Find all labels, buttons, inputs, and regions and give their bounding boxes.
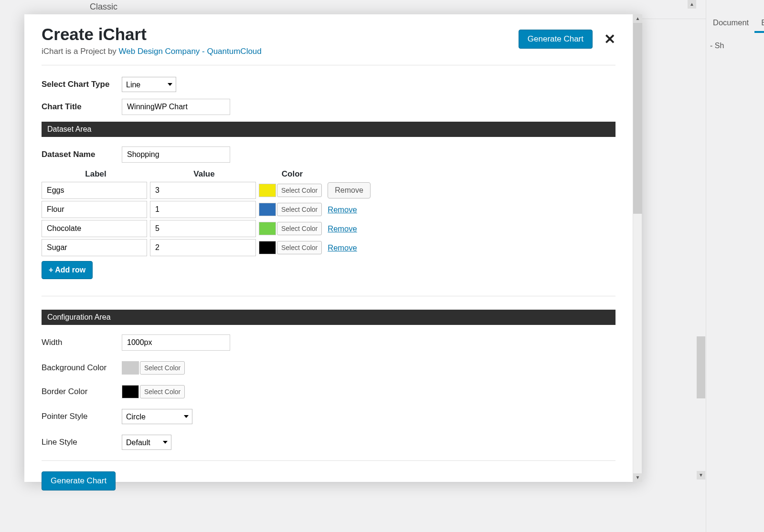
value-input[interactable]	[150, 220, 256, 237]
modal-content: Create iChart iChart is a Project by Web…	[24, 14, 633, 505]
line-style-row: Line Style Default	[42, 435, 615, 450]
width-input[interactable]	[122, 334, 230, 351]
select-color-button[interactable]: Select Color	[277, 184, 322, 197]
chart-type-select[interactable]: Line	[122, 77, 176, 92]
border-select-color-button[interactable]: Select Color	[140, 385, 185, 398]
bg-color-picker: Select Color	[122, 361, 185, 375]
value-input[interactable]	[150, 182, 256, 199]
color-picker: Select Color	[259, 241, 322, 254]
scrollbar-thumb[interactable]	[633, 23, 642, 214]
bg-scroll-up-icon[interactable]: ▲	[688, 0, 696, 9]
color-swatch[interactable]	[259, 184, 276, 197]
border-color-picker: Select Color	[122, 385, 185, 398]
bg-scrollbar-thumb[interactable]	[697, 336, 705, 398]
subtitle-link[interactable]: Web Design Company - QuantumCloud	[119, 47, 262, 56]
remove-link[interactable]: Remove	[328, 224, 357, 233]
width-row: Width	[42, 334, 615, 351]
bg-color-label: Background Color	[42, 363, 122, 373]
sidebar-tab-document[interactable]: Document	[706, 14, 754, 33]
col-header-color: Color	[258, 169, 326, 179]
width-label: Width	[42, 338, 122, 347]
line-style-label: Line Style	[42, 438, 122, 447]
bg-scroll-down-icon[interactable]: ▼	[697, 471, 705, 480]
table-row: Select ColorRemove	[42, 220, 615, 237]
pointer-style-row: Pointer Style Circle	[42, 409, 615, 424]
line-style-select[interactable]: Default	[122, 435, 171, 450]
dataset-name-input[interactable]	[122, 146, 230, 163]
sidebar-tab-block[interactable]: Blo	[754, 14, 764, 33]
select-color-button[interactable]: Select Color	[277, 222, 322, 235]
dataset-name-label: Dataset Name	[42, 150, 122, 159]
chart-type-label: Select Chart Type	[42, 80, 122, 89]
border-color-swatch[interactable]	[122, 385, 139, 398]
label-input[interactable]	[42, 201, 147, 218]
table-row: Select ColorRemove	[42, 239, 615, 256]
color-picker: Select Color	[259, 184, 322, 197]
sidebar-right: Document Blo - Sh	[706, 0, 764, 532]
bg-scrollbar: ▼	[697, 336, 705, 480]
color-swatch[interactable]	[259, 203, 276, 216]
value-input[interactable]	[150, 201, 256, 218]
bg-select-color-button[interactable]: Select Color	[140, 361, 185, 375]
chart-type-row: Select Chart Type Line	[42, 77, 615, 92]
col-header-value: Value	[150, 169, 258, 179]
sidebar-shortcut-text: - Sh	[706, 33, 764, 50]
table-row: Select ColorRemove	[42, 201, 615, 218]
config-section: Width Background Color Select Color Bord…	[42, 334, 615, 450]
value-input[interactable]	[150, 239, 256, 256]
table-row: Select ColorRemove	[42, 182, 615, 199]
chart-title-input[interactable]	[122, 99, 230, 115]
configuration-area-header: Configuration Area	[42, 310, 615, 325]
select-color-button[interactable]: Select Color	[277, 241, 322, 254]
color-picker: Select Color	[259, 222, 322, 235]
chart-title-row: Chart Title	[42, 99, 615, 115]
scrollbar-up-icon[interactable]: ▲	[633, 14, 642, 23]
table-header: Label Value Color	[42, 169, 615, 179]
remove-button[interactable]: Remove	[328, 182, 371, 198]
generate-chart-button-top[interactable]: Generate Chart	[519, 30, 593, 49]
select-color-button[interactable]: Select Color	[277, 203, 322, 216]
chart-title-label: Chart Title	[42, 102, 122, 112]
dataset-area-header: Dataset Area	[42, 122, 615, 137]
page-subtitle: iChart is a Project by Web Design Compan…	[42, 47, 519, 56]
dataset-table: Label Value Color Select ColorRemoveSele…	[42, 169, 615, 256]
modal-scrollbar: ▲ ▼	[633, 14, 642, 482]
label-input[interactable]	[42, 239, 147, 256]
color-picker: Select Color	[259, 203, 322, 216]
col-header-label: Label	[42, 169, 150, 179]
border-color-label: Border Color	[42, 387, 122, 396]
color-swatch[interactable]	[259, 241, 276, 254]
remove-link[interactable]: Remove	[328, 205, 357, 214]
remove-link[interactable]: Remove	[328, 243, 357, 252]
label-input[interactable]	[42, 220, 147, 237]
subtitle-prefix: iChart is a Project by	[42, 47, 119, 56]
page-title: Create iChart	[42, 25, 519, 44]
modal-header: Create iChart iChart is a Project by Web…	[42, 25, 615, 65]
label-input[interactable]	[42, 182, 147, 199]
color-swatch[interactable]	[259, 222, 276, 235]
footer-separator: Generate Chart	[42, 460, 615, 490]
modal-dialog: ▲ ▼ Create iChart iChart is a Project by…	[24, 14, 642, 482]
generate-chart-button-bottom[interactable]: Generate Chart	[42, 471, 116, 490]
close-icon[interactable]: ✕	[604, 32, 615, 46]
bg-color-swatch[interactable]	[122, 361, 139, 375]
scrollbar-down-icon[interactable]: ▼	[633, 473, 642, 482]
add-row-button[interactable]: + Add row	[42, 261, 93, 279]
bg-color-row: Background Color Select Color	[42, 361, 615, 375]
dataset-name-row: Dataset Name	[42, 146, 615, 163]
border-color-row: Border Color Select Color	[42, 385, 615, 398]
pointer-style-select[interactable]: Circle	[122, 409, 192, 424]
pointer-style-label: Pointer Style	[42, 412, 122, 421]
